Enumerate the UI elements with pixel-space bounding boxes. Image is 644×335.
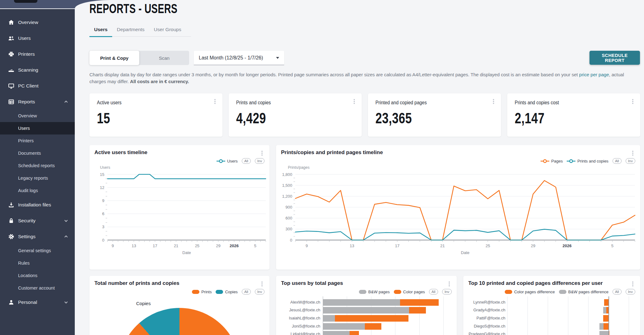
date-range-select[interactable]: Last Month (12/8/25 - 1/7/26) bbox=[194, 51, 284, 65]
sidebar-item-installation-files[interactable]: Installation files bbox=[0, 197, 75, 213]
stat-card-value: 15 bbox=[97, 110, 110, 127]
svg-text:29: 29 bbox=[531, 243, 535, 248]
tab-bar: Users Departments User Groups bbox=[89, 27, 191, 37]
svg-text:Date: Date bbox=[182, 250, 191, 255]
sidebar-item-label: Personal bbox=[18, 300, 37, 305]
bar-segment bbox=[606, 307, 608, 314]
legend-item[interactable]: Prints bbox=[192, 290, 212, 294]
svg-text:1,800: 1,800 bbox=[282, 172, 292, 177]
bar-category-label: GradyA@foxte.ch bbox=[473, 308, 505, 312]
bar-category-label: JesusL@foxte.ch bbox=[289, 308, 320, 312]
schedule-report-button[interactable]: SCHEDULE REPORT bbox=[589, 51, 640, 65]
chart-card-prints-pages-timeline: Prints/copies and printed pages timeline… bbox=[276, 145, 640, 270]
sidebar-item-settings-locations[interactable]: Locations bbox=[0, 269, 75, 282]
sidebar-item-label: PC Client bbox=[18, 83, 38, 89]
sidebar-item-reports-printers[interactable]: Printers bbox=[0, 134, 75, 147]
sidebar-subitem-label: Locations bbox=[18, 273, 37, 278]
sidebar-item-security[interactable]: Security bbox=[0, 213, 75, 229]
pie-slice-label: Copies bbox=[136, 301, 151, 306]
svg-text:21: 21 bbox=[174, 243, 178, 248]
kebab-menu-icon[interactable] bbox=[490, 98, 497, 105]
bar-category-label: LynneR@foxte.ch bbox=[473, 300, 505, 304]
monitor-icon bbox=[8, 83, 15, 89]
sidebar-item-settings[interactable]: Settings bbox=[0, 229, 75, 244]
sidebar-item-settings-rules[interactable]: Rules bbox=[0, 257, 75, 269]
sidebar-item-reports-legacy-reports[interactable]: Legacy reports bbox=[0, 172, 75, 184]
lock-icon bbox=[8, 217, 15, 224]
chevron-down-icon bbox=[64, 218, 69, 223]
bar-segment bbox=[604, 299, 608, 306]
sidebar-item-overview[interactable]: Overview bbox=[0, 14, 75, 30]
legend-item[interactable]: Copies bbox=[216, 290, 237, 294]
stat-card-title: Prints and copies cost bbox=[515, 100, 559, 106]
svg-text:17: 17 bbox=[395, 243, 399, 248]
sidebar-item-settings-general-settings[interactable]: General settings bbox=[0, 244, 75, 257]
kebab-menu-icon[interactable] bbox=[351, 98, 357, 105]
stat-card-cost: Prints and copies cost 2,147 bbox=[507, 93, 640, 137]
chart-card-active-users-timeline: Active users timeline UsersAllInv 036912… bbox=[89, 145, 270, 270]
chart-card-page-differences: Top 10 printed and copied pages differen… bbox=[463, 276, 640, 335]
sidebar-item-label: Settings bbox=[18, 234, 36, 239]
sidebar-item-users[interactable]: Users bbox=[0, 30, 75, 46]
legend-swatch bbox=[192, 290, 199, 294]
browser-notch bbox=[14, 0, 37, 3]
stat-card-active-users: Active users 15 bbox=[89, 93, 222, 137]
line-chart-prints-pages: 03006009001,2001,5001,800913172125292026… bbox=[276, 145, 640, 270]
sidebar-subitem-label: Documents bbox=[18, 151, 41, 156]
bar-segment bbox=[599, 331, 608, 335]
price-per-page-link[interactable]: price per page bbox=[579, 72, 609, 77]
sidebar-item-pc-client[interactable]: PC Client bbox=[0, 78, 75, 94]
bar-segment bbox=[365, 323, 381, 330]
svg-text:1,500: 1,500 bbox=[282, 183, 292, 188]
sidebar-item-reports-audit-logs[interactable]: Audit logs bbox=[0, 184, 75, 197]
all-filter-pill[interactable]: All bbox=[242, 289, 251, 295]
kebab-menu-icon[interactable] bbox=[630, 98, 636, 105]
home-icon bbox=[8, 19, 15, 26]
sidebar-item-label: Users bbox=[18, 35, 31, 41]
scan-toggle-button[interactable]: Scan bbox=[139, 51, 189, 65]
sidebar-subitem-label: Legacy reports bbox=[18, 176, 48, 181]
info-text-bold: All costs are in € currency. bbox=[130, 79, 189, 84]
gridline bbox=[548, 296, 548, 335]
sidebar-item-label: Printers bbox=[18, 51, 35, 57]
sidebar-subitem-label: Customer account bbox=[18, 285, 55, 290]
kebab-menu-icon[interactable] bbox=[212, 98, 218, 105]
sidebar-item-reports-scheduled-reports[interactable]: Scheduled reports bbox=[0, 159, 75, 172]
sidebar-item-reports[interactable]: Reports bbox=[0, 94, 75, 110]
kebab-menu-icon[interactable] bbox=[259, 280, 265, 288]
gridline bbox=[507, 296, 508, 335]
svg-text:Users: Users bbox=[100, 165, 110, 170]
stat-card-value: 2,147 bbox=[515, 110, 545, 127]
sidebar-item-reports-documents[interactable]: Documents bbox=[0, 147, 75, 159]
bar-segment bbox=[335, 315, 408, 322]
print-copy-toggle-button[interactable]: Print & Copy bbox=[89, 51, 139, 65]
tab-users[interactable]: Users bbox=[89, 27, 112, 37]
tab-user-groups[interactable]: User Groups bbox=[149, 27, 186, 37]
tab-departments[interactable]: Departments bbox=[112, 27, 149, 37]
sidebar-item-personal[interactable]: Personal bbox=[0, 294, 75, 310]
bar-category-label: IsaiahL@foxte.ch bbox=[289, 316, 320, 320]
bar-chart-top-users: AlexW@foxte.chJesusL@foxte.chIsaiahL@fox… bbox=[276, 276, 457, 335]
sidebar-item-printers[interactable]: Printers bbox=[0, 46, 75, 62]
bar-category-label: PattiF@foxte.ch bbox=[476, 316, 505, 320]
charts-info-text: Charts display data by day for date rang… bbox=[89, 71, 633, 85]
page-title: REPORTS - USERS bbox=[89, 1, 178, 16]
svg-text:21: 21 bbox=[440, 243, 445, 248]
sidebar-item-reports-overview[interactable]: Overview bbox=[0, 110, 75, 122]
sidebar-item-label: Installation files bbox=[18, 202, 51, 208]
svg-text:2026: 2026 bbox=[563, 243, 572, 248]
bar-segment bbox=[323, 307, 409, 314]
sidebar-item-scanning[interactable]: Scanning bbox=[0, 62, 75, 78]
sidebar-subitem-label: Rules bbox=[18, 261, 30, 266]
sidebar-item-settings-customer-account[interactable]: Customer account bbox=[0, 282, 75, 294]
bar-segment bbox=[323, 299, 400, 306]
bar-chart-page-differences: LynneR@foxte.chGradyA@foxte.chPattiF@fox… bbox=[463, 276, 640, 335]
main-content: REPORTS - USERS Users Departments User G… bbox=[75, 0, 644, 335]
zero-axis bbox=[608, 296, 609, 335]
bar-segment bbox=[323, 323, 365, 330]
svg-text:13: 13 bbox=[350, 243, 354, 248]
bar-segment bbox=[603, 315, 608, 322]
inv-filter-pill[interactable]: Inv bbox=[255, 289, 265, 295]
stat-card-prints-copies: Prints and copies 4,429 bbox=[229, 93, 362, 137]
sidebar-item-reports-users[interactable]: Users bbox=[0, 122, 75, 134]
